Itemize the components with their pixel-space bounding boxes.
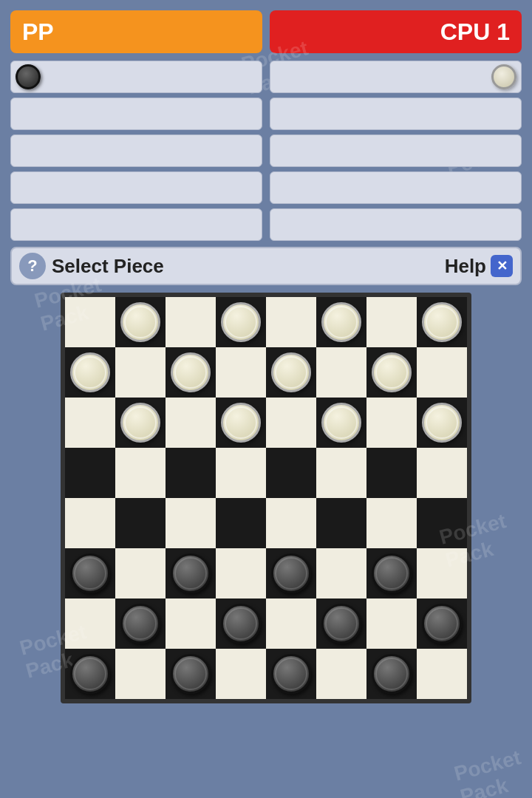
cell-3-0[interactable] <box>65 448 115 498</box>
pp-captured-col <box>10 61 262 241</box>
cell-1-0[interactable] <box>65 347 115 398</box>
cell-5-7[interactable] <box>417 548 467 598</box>
cell-5-6[interactable] <box>366 548 417 598</box>
cell-2-1[interactable] <box>115 398 166 448</box>
cell-2-4[interactable] <box>266 398 316 448</box>
piece-light-1-2[interactable] <box>171 352 211 392</box>
cell-0-7[interactable] <box>417 297 467 347</box>
cell-4-4[interactable] <box>266 498 316 548</box>
cell-7-1[interactable] <box>115 649 166 699</box>
cell-3-4[interactable] <box>266 448 316 498</box>
piece-light-2-1[interactable] <box>120 403 160 443</box>
cell-2-0[interactable] <box>65 398 115 448</box>
piece-light-1-6[interactable] <box>372 352 412 392</box>
cell-1-5[interactable] <box>316 347 366 398</box>
cell-1-6[interactable] <box>366 347 417 398</box>
checkerboard[interactable] <box>61 293 471 703</box>
cell-4-1[interactable] <box>115 498 166 548</box>
cell-6-5[interactable] <box>316 598 366 649</box>
cell-0-3[interactable] <box>216 297 266 347</box>
cell-3-7[interactable] <box>417 448 467 498</box>
cell-7-3[interactable] <box>216 649 266 699</box>
cell-2-2[interactable] <box>166 398 216 448</box>
cell-3-2[interactable] <box>166 448 216 498</box>
cell-5-5[interactable] <box>316 548 366 598</box>
cell-4-5[interactable] <box>316 498 366 548</box>
piece-light-2-5[interactable] <box>321 403 361 443</box>
piece-dark-5-6[interactable] <box>372 553 412 593</box>
cell-4-6[interactable] <box>366 498 417 548</box>
cell-5-4[interactable] <box>266 548 316 598</box>
cell-1-7[interactable] <box>417 347 467 398</box>
piece-light-1-4[interactable] <box>271 352 311 392</box>
cell-1-4[interactable] <box>266 347 316 398</box>
cell-1-1[interactable] <box>115 347 166 398</box>
cell-4-7[interactable] <box>417 498 467 548</box>
cell-0-4[interactable] <box>266 297 316 347</box>
cell-5-3[interactable] <box>216 548 266 598</box>
piece-dark-6-5[interactable] <box>321 604 361 644</box>
piece-light-0-3[interactable] <box>221 302 261 342</box>
cpu-captured-row-4 <box>270 171 522 204</box>
cell-7-0[interactable] <box>65 649 115 699</box>
cell-0-5[interactable] <box>316 297 366 347</box>
cell-7-7[interactable] <box>417 649 467 699</box>
cell-2-6[interactable] <box>366 398 417 448</box>
piece-dark-7-6[interactable] <box>372 654 412 694</box>
piece-light-0-5[interactable] <box>321 302 361 342</box>
cell-7-2[interactable] <box>166 649 216 699</box>
cell-3-1[interactable] <box>115 448 166 498</box>
cell-7-4[interactable] <box>266 649 316 699</box>
cell-1-2[interactable] <box>166 347 216 398</box>
cell-6-3[interactable] <box>216 598 266 649</box>
piece-dark-5-0[interactable] <box>70 553 110 593</box>
status-text: Select Piece <box>52 255 439 278</box>
cell-6-4[interactable] <box>266 598 316 649</box>
piece-dark-7-4[interactable] <box>271 654 311 694</box>
cell-2-7[interactable] <box>417 398 467 448</box>
cell-3-6[interactable] <box>366 448 417 498</box>
light-piece <box>491 64 516 89</box>
cell-3-3[interactable] <box>216 448 266 498</box>
piece-dark-6-7[interactable] <box>422 604 462 644</box>
cell-3-5[interactable] <box>316 448 366 498</box>
cell-7-5[interactable] <box>316 649 366 699</box>
piece-light-1-0[interactable] <box>70 352 110 392</box>
player-pp-bar: PP <box>10 10 262 53</box>
cell-0-2[interactable] <box>166 297 216 347</box>
cell-5-2[interactable] <box>166 548 216 598</box>
cell-0-0[interactable] <box>65 297 115 347</box>
piece-dark-7-0[interactable] <box>70 654 110 694</box>
cell-4-3[interactable] <box>216 498 266 548</box>
cell-7-6[interactable] <box>366 649 417 699</box>
cell-6-7[interactable] <box>417 598 467 649</box>
piece-dark-5-4[interactable] <box>271 553 311 593</box>
piece-dark-6-1[interactable] <box>120 604 160 644</box>
cell-0-6[interactable] <box>366 297 417 347</box>
cell-0-1[interactable] <box>115 297 166 347</box>
cell-6-2[interactable] <box>166 598 216 649</box>
piece-light-0-1[interactable] <box>120 302 160 342</box>
cell-6-1[interactable] <box>115 598 166 649</box>
cell-5-1[interactable] <box>115 548 166 598</box>
cell-4-0[interactable] <box>65 498 115 548</box>
piece-dark-7-2[interactable] <box>171 654 211 694</box>
player-pp-label: PP <box>22 18 54 46</box>
piece-dark-6-3[interactable] <box>221 604 261 644</box>
piece-light-2-7[interactable] <box>422 403 462 443</box>
cell-1-3[interactable] <box>216 347 266 398</box>
cell-4-2[interactable] <box>166 498 216 548</box>
cell-6-0[interactable] <box>65 598 115 649</box>
cell-2-5[interactable] <box>316 398 366 448</box>
cell-5-0[interactable] <box>65 548 115 598</box>
piece-light-2-3[interactable] <box>221 403 261 443</box>
watermark-6: PocketPack <box>451 746 529 798</box>
player-bars: PP CPU 1 <box>10 10 522 53</box>
piece-light-0-7[interactable] <box>422 302 462 342</box>
question-icon: ? <box>19 253 46 279</box>
piece-dark-5-2[interactable] <box>171 553 211 593</box>
top-section: PP CPU 1 ? <box>0 0 532 285</box>
cell-2-3[interactable] <box>216 398 266 448</box>
close-button[interactable]: ✕ <box>491 255 513 277</box>
cell-6-6[interactable] <box>366 598 417 649</box>
